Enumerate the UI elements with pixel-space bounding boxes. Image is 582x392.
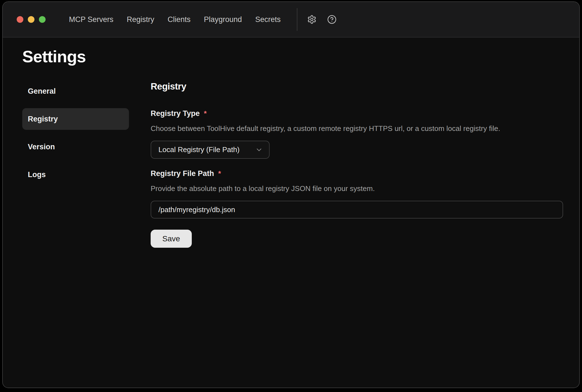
app-window: MCP Servers Registry Clients Playground … — [2, 1, 580, 388]
registry-file-path-label-row: Registry File Path * — [151, 169, 563, 178]
settings-gear-icon — [307, 15, 317, 24]
chevron-down-icon — [255, 146, 263, 154]
settings-sidebar: General Registry Version Logs — [22, 80, 129, 192]
settings-page: Settings General Registry Version Logs R… — [3, 38, 579, 388]
required-asterisk: * — [218, 169, 221, 178]
nav-divider — [297, 8, 297, 31]
section-title: Registry — [151, 81, 563, 92]
nav-playground[interactable]: Playground — [204, 15, 242, 24]
required-asterisk: * — [204, 109, 207, 118]
titlebar: MCP Servers Registry Clients Playground … — [3, 2, 579, 38]
registry-settings-panel: Registry Registry Type * Choose between … — [151, 80, 563, 248]
window-controls — [17, 16, 46, 23]
nav-mcp-servers[interactable]: MCP Servers — [69, 15, 113, 24]
zoom-window-button[interactable] — [39, 16, 46, 23]
registry-file-path-input[interactable] — [151, 201, 563, 219]
nav-secrets[interactable]: Secrets — [255, 15, 281, 24]
registry-type-label-row: Registry Type * — [151, 109, 563, 118]
registry-file-path-description: Provide the absolute path to a local reg… — [151, 184, 563, 193]
help-button[interactable] — [326, 14, 337, 25]
registry-type-selected-value: Local Registry (File Path) — [158, 145, 240, 154]
top-navigation: MCP Servers Registry Clients Playground … — [69, 15, 281, 24]
save-button[interactable]: Save — [151, 230, 192, 248]
registry-type-label: Registry Type — [151, 109, 200, 118]
registry-file-path-label: Registry File Path — [151, 169, 214, 178]
minimize-window-button[interactable] — [28, 16, 34, 23]
nav-registry[interactable]: Registry — [127, 15, 154, 24]
sidebar-item-registry[interactable]: Registry — [22, 108, 129, 130]
sidebar-item-general[interactable]: General — [22, 80, 129, 102]
sidebar-item-version[interactable]: Version — [22, 136, 129, 158]
registry-type-description: Choose between ToolHive default registry… — [151, 124, 563, 133]
settings-gear-button[interactable] — [306, 14, 317, 25]
close-window-button[interactable] — [17, 16, 23, 23]
nav-clients[interactable]: Clients — [168, 15, 191, 24]
registry-type-select[interactable]: Local Registry (File Path) — [151, 141, 270, 159]
sidebar-item-logs[interactable]: Logs — [22, 164, 129, 185]
help-circle-icon — [327, 15, 337, 24]
page-title: Settings — [22, 48, 560, 66]
